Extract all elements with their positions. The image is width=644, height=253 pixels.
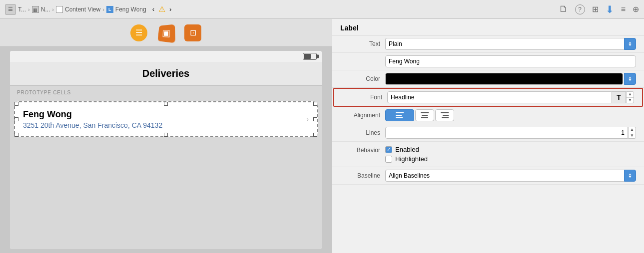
- font-value[interactable]: Headline: [387, 91, 612, 103]
- svg-rect-4: [422, 115, 428, 116]
- svg-rect-5: [421, 117, 428, 118]
- text-label: Text: [340, 40, 380, 47]
- battery-fill: [304, 54, 311, 59]
- alignment-group: [385, 109, 454, 121]
- font-stepper-down[interactable]: ▼: [627, 98, 634, 103]
- baseline-select-value[interactable]: Align Baselines: [385, 170, 624, 182]
- canvas-toolbar: ☰ ▣ ⊡: [0, 19, 332, 47]
- iphone-screen: Deliveries PROTOTYPE CELLS: [10, 51, 322, 249]
- breadcrumb-arrow-left[interactable]: ‹: [152, 5, 154, 13]
- breadcrumb-n-icon: ▦: [32, 6, 39, 13]
- iphone-area: Deliveries PROTOTYPE CELLS: [0, 47, 332, 253]
- handle-tl[interactable]: [14, 102, 18, 106]
- baseline-select-stepper[interactable]: [624, 170, 636, 182]
- handle-br[interactable]: [313, 133, 317, 137]
- breadcrumb-t[interactable]: T...: [18, 6, 26, 13]
- table-cell[interactable]: Feng Wong 3251 20th Avenue, San Francisc…: [14, 101, 318, 137]
- inspector-row-text: Text Plain: [332, 35, 644, 53]
- enabled-checkmark: ✓: [387, 147, 391, 152]
- handle-tm[interactable]: [164, 102, 168, 106]
- toolbar-icons: 🗋 ? ⊞ ⬇ ≡ ⊕: [559, 3, 639, 15]
- font-control: Headline T ▲ ▼: [387, 91, 634, 103]
- svg-rect-7: [443, 115, 449, 116]
- breadcrumb-feng-wong[interactable]: L Feng Wong: [106, 6, 146, 13]
- lines-value[interactable]: 1: [385, 127, 628, 139]
- color-stepper[interactable]: [624, 73, 636, 85]
- font-stepper[interactable]: ▲ ▼: [626, 91, 634, 103]
- inspector-row-text-value: Feng Wong: [332, 53, 644, 70]
- circle-icon: ☰: [135, 28, 142, 37]
- svg-rect-0: [396, 112, 404, 113]
- prototype-cells-label: PROTOTYPE CELLS: [10, 86, 322, 97]
- behavior-control: ✓ Enabled Highlighted: [385, 146, 636, 163]
- iphone-status-bar: [10, 51, 322, 62]
- nav-title: Deliveries: [142, 68, 190, 79]
- font-label: Font: [342, 94, 382, 101]
- breadcrumb-feng-wong-label: Feng Wong: [115, 6, 146, 13]
- rect-icon: ⊡: [190, 28, 196, 37]
- lines-stepper[interactable]: ▲ ▼: [628, 127, 636, 139]
- enabled-label: Enabled: [395, 146, 419, 153]
- svg-rect-3: [421, 112, 429, 113]
- inspector-row-alignment: Alignment: [332, 107, 644, 124]
- question-icon[interactable]: ?: [575, 4, 585, 14]
- hamburger-icon[interactable]: ☰: [5, 4, 16, 15]
- text-select-stepper[interactable]: [624, 38, 636, 50]
- inspector-row-lines: Lines 1 ▲ ▼: [332, 124, 644, 142]
- breadcrumb-nav: ☰ T... › ▦ N... › Content View › L Feng …: [5, 4, 171, 15]
- highlighted-label: Highlighted: [395, 155, 428, 163]
- color-label: Color: [340, 75, 380, 82]
- alignment-control: [385, 109, 636, 121]
- handle-tr[interactable]: [313, 102, 317, 106]
- breadcrumb-n[interactable]: ▦ N...: [32, 6, 50, 13]
- inspector-row-font: Font Headline T ▲ ▼: [333, 88, 643, 107]
- text-select: Plain: [385, 38, 636, 50]
- align-left-btn[interactable]: [385, 109, 414, 121]
- behavior-enabled-row: ✓ Enabled: [385, 146, 428, 153]
- cell-content: Feng Wong 3251 20th Avenue, San Francisc…: [23, 109, 306, 129]
- text-select-value[interactable]: Plain: [385, 38, 624, 50]
- circle-toolbar-btn[interactable]: ☰: [130, 24, 147, 41]
- cell-address: 3251 20th Avenue, San Francisco, CA 9413…: [23, 121, 306, 129]
- circle-arrow-icon[interactable]: ⊕: [633, 4, 639, 14]
- pin-icon[interactable]: ⬇: [606, 3, 614, 15]
- lines-label: Lines: [340, 129, 380, 136]
- lines-control: 1 ▲ ▼: [385, 127, 636, 139]
- breadcrumb-arrow-2: ›: [52, 6, 54, 12]
- top-bar: ☰ T... › ▦ N... › Content View › L Feng …: [0, 0, 644, 19]
- baseline-control: Align Baselines: [385, 170, 636, 182]
- doc-icon[interactable]: 🗋: [559, 4, 568, 14]
- inspector-row-color: Color: [332, 70, 644, 88]
- align-center-btn[interactable]: [415, 109, 434, 121]
- text-value-input[interactable]: Feng Wong: [385, 55, 636, 67]
- inspector-row-baseline: Baseline Align Baselines: [332, 167, 644, 185]
- rect-toolbar-btn[interactable]: ⊡: [184, 24, 201, 41]
- lines-stepper-down[interactable]: ▼: [629, 133, 636, 139]
- handle-bm[interactable]: [164, 133, 168, 137]
- behavior-label: Behavior: [340, 146, 380, 154]
- breadcrumb-arrow-1: ›: [28, 6, 30, 12]
- inspector-panel: Label Text Plain Feng Wong Color: [332, 19, 644, 253]
- align-right-btn[interactable]: [435, 109, 454, 121]
- font-stepper-up[interactable]: ▲: [627, 92, 634, 98]
- baseline-label: Baseline: [340, 172, 380, 179]
- grid-icon[interactable]: ⊞: [592, 4, 599, 14]
- cube-toolbar-btn[interactable]: ▣: [157, 24, 175, 43]
- svg-rect-2: [396, 117, 403, 118]
- cell-chevron-icon: ›: [306, 115, 309, 124]
- font-T-button[interactable]: T: [612, 91, 626, 103]
- enabled-checkbox[interactable]: ✓: [385, 146, 392, 153]
- lines-icon[interactable]: ≡: [621, 5, 626, 14]
- lines-stepper-up[interactable]: ▲: [629, 127, 636, 133]
- handle-mr[interactable]: [313, 117, 317, 121]
- main-content: ☰ ▣ ⊡ Deliveries: [0, 19, 644, 253]
- handle-ml[interactable]: [14, 117, 18, 121]
- alignment-label: Alignment: [340, 112, 380, 119]
- color-swatch[interactable]: [385, 73, 623, 85]
- warning-icon: ⚠: [158, 4, 165, 14]
- highlighted-checkbox[interactable]: [385, 156, 392, 163]
- handle-bl[interactable]: [14, 133, 18, 137]
- breadcrumb-n-label: N...: [41, 6, 50, 13]
- breadcrumb-content-view[interactable]: Content View: [56, 6, 100, 13]
- breadcrumb-arrow-right[interactable]: ›: [169, 5, 171, 13]
